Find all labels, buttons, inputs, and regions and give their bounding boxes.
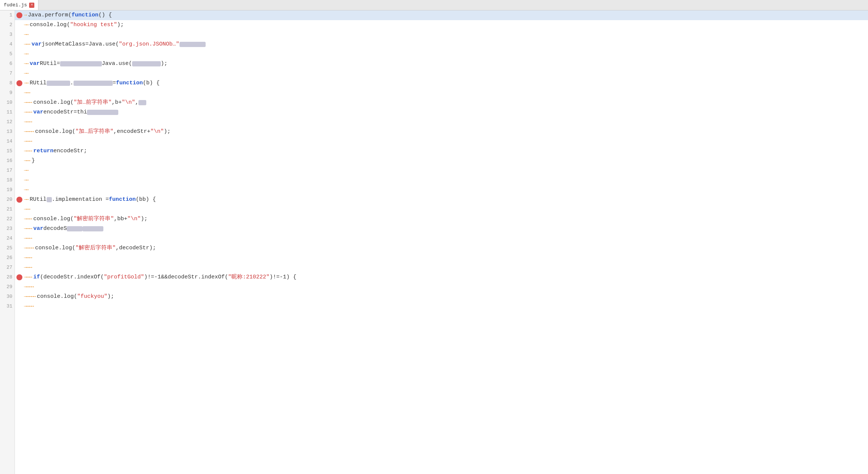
line-number: 17	[2, 166, 12, 175]
token-str: "\n"	[150, 127, 164, 137]
token-plain: );	[161, 59, 168, 69]
token-plain: () {	[99, 10, 112, 20]
indent-arrows: →→	[24, 78, 28, 88]
token-plain: ,encodeStr+	[113, 127, 150, 137]
editor-container: 1234567891011121314151617181920212223242…	[0, 10, 868, 474]
line-number: 13	[2, 127, 12, 137]
indent-arrows: →→→→→→	[24, 292, 35, 302]
token-str: "昵称:210222"	[228, 272, 269, 282]
token-plain: );	[107, 292, 114, 302]
indent-arrows: →	[24, 10, 26, 20]
tab-fudei[interactable]: fudei.js ×	[0, 0, 38, 10]
code-line: →→→→	[15, 253, 868, 263]
indent-arrows: →→→→→	[24, 243, 33, 253]
line-number: 10	[2, 98, 12, 107]
code-line: →→→→if(decodeStr.indexOf("profitGold")!=…	[15, 272, 868, 282]
token-plain: jsonMetaClass=Java.use(	[41, 40, 119, 49]
indent-arrows: →→→→	[24, 253, 31, 263]
token-plain: RUtil	[30, 195, 47, 205]
line-number: 12	[2, 117, 12, 127]
indent-arrows: →→→	[24, 40, 29, 49]
line-number: 9	[2, 88, 12, 98]
line-number: 20	[2, 195, 12, 205]
indent-arrows: →→→→	[24, 263, 31, 272]
token-str: "hooking test"	[70, 20, 117, 30]
indent-arrows: →→	[24, 20, 28, 30]
token-blurred	[82, 226, 103, 231]
indent-arrows: →→→	[24, 156, 29, 166]
token-plain: Java.use(	[102, 59, 132, 69]
breakpoint-marker[interactable]	[16, 12, 22, 18]
code-line: →→→→console.log("加…前字符串",b+"\n",	[15, 98, 868, 107]
token-plain: (decodeStr.indexOf(	[40, 272, 104, 282]
line-number: 6	[2, 59, 12, 69]
indent-arrows: →→→→	[24, 107, 31, 117]
token-plain: ,	[135, 98, 138, 107]
token-blurred	[47, 197, 52, 202]
indent-arrows: →→→→	[24, 137, 31, 146]
token-plain: )!=-1) {	[269, 272, 296, 282]
line-number: 3	[2, 30, 12, 40]
line-number: 25	[2, 243, 12, 253]
token-str: "\n"	[122, 98, 135, 107]
tab-bar: fudei.js ×	[0, 0, 868, 10]
code-area[interactable]: →Java.perform(function () {→→console.log…	[15, 10, 868, 474]
code-line: →Java.perform(function () {	[15, 10, 868, 20]
indent-arrows: →→→→	[24, 98, 31, 107]
breakpoint-marker[interactable]	[16, 197, 22, 203]
line-number: 7	[2, 69, 12, 78]
line-number: 4	[2, 40, 12, 49]
line-number: 5	[2, 49, 12, 59]
indent-arrows: →→	[24, 49, 28, 59]
code-line: →→	[15, 166, 868, 175]
line-number: 1	[2, 10, 12, 20]
token-blurred	[138, 100, 146, 105]
line-number: 15	[2, 146, 12, 156]
line-number: 8	[2, 78, 12, 88]
line-number: 24	[2, 234, 12, 243]
token-plain: =	[113, 78, 116, 88]
line-number: 26	[2, 253, 12, 263]
token-plain: );	[141, 214, 147, 224]
token-plain: ,decodeStr);	[116, 243, 156, 253]
breakpoint-marker[interactable]	[16, 80, 22, 86]
token-plain: console.log(	[33, 98, 74, 107]
breakpoint-marker[interactable]	[16, 274, 22, 280]
indent-arrows: →→	[24, 185, 28, 195]
line-number: 18	[2, 175, 12, 185]
code-line: →→→→→	[15, 282, 868, 292]
code-line: →→→→return encodeStr;	[15, 146, 868, 156]
token-plain: console.log(	[35, 127, 75, 137]
token-plain: .implementation =	[52, 195, 109, 205]
token-plain: encodeStr=thi	[43, 107, 87, 117]
token-blurred	[60, 61, 102, 66]
token-kw: if	[33, 272, 40, 282]
token-str: "\n"	[127, 214, 141, 224]
line-number: 2	[2, 20, 12, 30]
token-plain: RUtil=	[40, 59, 60, 69]
token-plain: console.log(	[35, 243, 75, 253]
token-plain: (bb) {	[136, 195, 156, 205]
code-line: →→console.log("hooking test");	[15, 20, 868, 30]
line-number: 29	[2, 282, 12, 292]
code-line: →→	[15, 30, 868, 40]
token-str: "解密后字符串"	[75, 243, 116, 253]
line-number: 22	[2, 214, 12, 224]
indent-arrows: →→→→	[24, 234, 31, 243]
token-plain: }	[31, 156, 35, 166]
token-plain: .	[70, 78, 74, 88]
code-line: →→	[15, 185, 868, 195]
line-number: 14	[2, 137, 12, 146]
token-plain: decodeS	[43, 224, 67, 234]
line-number: 28	[2, 272, 12, 282]
token-str: "profitGold"	[104, 272, 144, 282]
token-blurred	[132, 61, 161, 66]
token-kw: function	[116, 78, 143, 88]
token-plain: (b) {	[143, 78, 160, 88]
code-line: →→RUtil . = function (b) {	[15, 78, 868, 88]
token-blurred	[74, 81, 113, 86]
tab-close-icon[interactable]: ×	[29, 3, 34, 8]
indent-arrows: →→→→	[24, 117, 31, 127]
token-plain: console.log(	[33, 214, 74, 224]
token-kw: return	[33, 146, 53, 156]
